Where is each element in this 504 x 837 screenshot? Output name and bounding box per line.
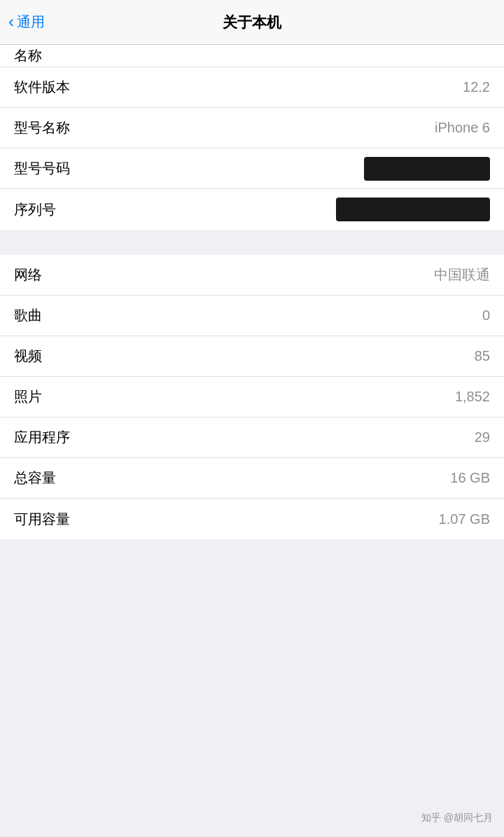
- back-button[interactable]: ‹ 通用: [8, 13, 45, 32]
- watermark-platform: 知乎: [421, 812, 441, 823]
- applications-value: 29: [475, 429, 490, 445]
- partial-section: 名称: [0, 45, 504, 67]
- photos-value: 1,852: [455, 389, 490, 405]
- section-separator: [0, 230, 504, 255]
- total-capacity-label: 总容量: [14, 469, 56, 487]
- serial-number-value-redacted: [336, 198, 490, 221]
- row-software-version: 软件版本 12.2: [0, 67, 504, 108]
- network-value: 中国联通: [434, 265, 490, 284]
- model-number-label: 型号号码: [14, 159, 70, 178]
- row-songs: 歌曲 0: [0, 296, 504, 336]
- available-capacity-label: 可用容量: [14, 510, 70, 529]
- row-model-number: 型号号码: [0, 148, 504, 189]
- network-label: 网络: [14, 265, 42, 284]
- partial-row-name: 名称: [0, 45, 504, 67]
- model-number-value-redacted: [364, 157, 490, 181]
- watermark-user: @胡同七月: [444, 812, 493, 823]
- navigation-bar: ‹ 通用 关于本机: [0, 0, 504, 45]
- applications-label: 应用程序: [14, 428, 70, 447]
- software-version-value: 12.2: [463, 79, 490, 95]
- info-group-2: 网络 中国联通 歌曲 0 视频 85 照片 1,852 应用程序 29 总容量 …: [0, 255, 504, 539]
- partial-row-label: 名称: [14, 46, 42, 65]
- software-version-label: 软件版本: [14, 78, 70, 97]
- chevron-left-icon: ‹: [8, 13, 14, 30]
- songs-value: 0: [482, 307, 490, 324]
- back-label: 通用: [17, 13, 45, 32]
- row-total-capacity: 总容量 16 GB: [0, 458, 504, 499]
- watermark: 知乎 @胡同七月: [421, 812, 493, 824]
- row-network: 网络 中国联通: [0, 255, 504, 296]
- info-group-1: 软件版本 12.2 型号名称 iPhone 6 型号号码 序列号: [0, 67, 504, 230]
- videos-value: 85: [475, 348, 490, 364]
- row-model-name: 型号名称 iPhone 6: [0, 108, 504, 148]
- row-photos: 照片 1,852: [0, 377, 504, 417]
- model-name-value: iPhone 6: [435, 120, 490, 136]
- page-title: 关于本机: [223, 13, 281, 32]
- row-serial-number: 序列号: [0, 189, 504, 230]
- songs-label: 歌曲: [14, 306, 42, 325]
- model-name-label: 型号名称: [14, 118, 70, 137]
- available-capacity-value: 1.07 GB: [439, 511, 490, 527]
- row-videos: 视频 85: [0, 336, 504, 377]
- row-available-capacity: 可用容量 1.07 GB: [0, 499, 504, 539]
- row-applications: 应用程序 29: [0, 417, 504, 458]
- total-capacity-value: 16 GB: [450, 470, 490, 486]
- videos-label: 视频: [14, 347, 42, 366]
- serial-number-label: 序列号: [14, 200, 56, 219]
- photos-label: 照片: [14, 387, 42, 406]
